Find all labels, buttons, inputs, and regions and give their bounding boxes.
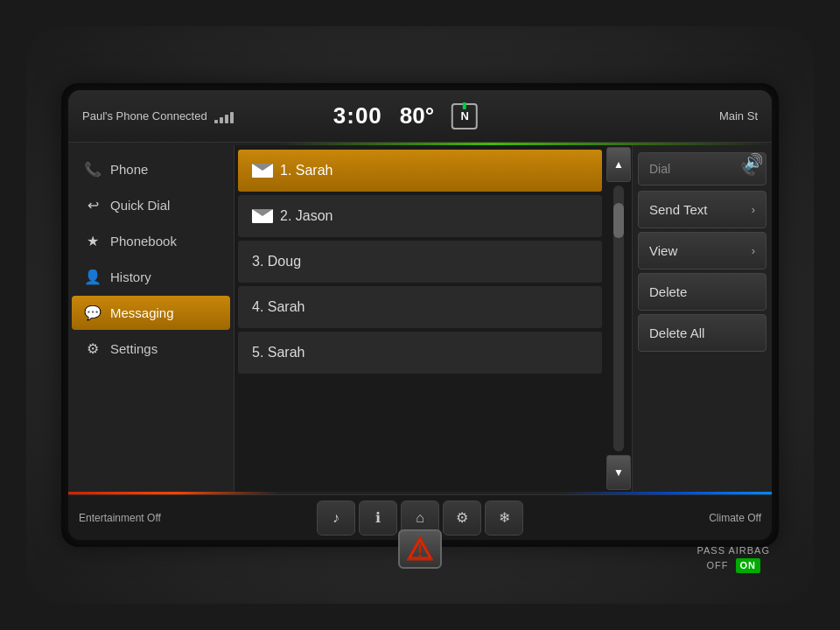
sidebar-item-phonebook[interactable]: ★ Phonebook bbox=[72, 224, 230, 258]
contact-row-jason[interactable]: 2. Jason bbox=[238, 195, 602, 237]
svg-point-3 bbox=[419, 554, 422, 556]
sidebar-item-quick-dial[interactable]: ↩ Quick Dial bbox=[72, 188, 230, 222]
center-area: 1. Sarah 2. Jason 3. Doug 4. Sarah bbox=[234, 145, 632, 492]
contact-row-sarah-4[interactable]: 4. Sarah bbox=[238, 286, 602, 328]
main-content: 🔊 📞 Phone ↩ Quick Dial ★ Phonebook bbox=[68, 145, 772, 492]
screen: Paul's Phone Connected 3:00 80° N bbox=[68, 90, 772, 540]
contact-row-sarah-1[interactable]: 1. Sarah bbox=[238, 150, 602, 192]
contact-name-4: 4. Sarah bbox=[252, 299, 588, 315]
messaging-icon: 💬 bbox=[84, 304, 102, 321]
contact-list: 1. Sarah 2. Jason 3. Doug 4. Sarah bbox=[234, 145, 606, 492]
climate-button[interactable]: ❄ bbox=[485, 500, 523, 536]
sidebar-label-messaging: Messaging bbox=[110, 305, 174, 320]
temp-display: 80° bbox=[400, 102, 434, 130]
street-label: Main St bbox=[719, 109, 758, 122]
settings-icon: ⚙ bbox=[84, 340, 102, 357]
home-icon: ⌂ bbox=[416, 510, 424, 526]
header-center: 3:00 80° N bbox=[333, 102, 478, 130]
delete-all-label: Delete All bbox=[649, 326, 704, 340]
contact-row-sarah-5[interactable]: 5. Sarah bbox=[238, 332, 602, 374]
airbag-off-label: OFF bbox=[706, 560, 728, 570]
contact-row-doug[interactable]: 3. Doug bbox=[238, 241, 602, 283]
phone-icon: 📞 bbox=[84, 161, 102, 178]
history-icon: 👤 bbox=[84, 269, 102, 285]
music-icon: ♪ bbox=[332, 510, 340, 526]
scroll-down-btn[interactable]: ▼ bbox=[606, 455, 631, 490]
airbag-info: PASS AIRBAG OFF ON bbox=[696, 544, 770, 573]
phone-status: Paul's Phone Connected bbox=[82, 109, 207, 122]
volume-icon[interactable]: 🔊 bbox=[744, 152, 763, 172]
hazard-area bbox=[398, 529, 442, 569]
contact-name-1: 1. Sarah bbox=[280, 163, 588, 178]
music-button[interactable]: ♪ bbox=[317, 500, 355, 536]
header-bar: Paul's Phone Connected 3:00 80° N bbox=[68, 90, 772, 143]
hazard-triangle-icon bbox=[407, 536, 433, 563]
view-chevron: › bbox=[752, 244, 755, 257]
signal-bar-3 bbox=[225, 115, 228, 123]
envelope-icon-2 bbox=[252, 209, 273, 223]
view-label: View bbox=[649, 243, 677, 258]
sidebar-label-settings: Settings bbox=[110, 341, 158, 356]
climate-icon: ❄ bbox=[499, 509, 510, 526]
right-panel: Dial 📞 Send Text › View › Delete bbox=[632, 145, 772, 492]
compass-label: N bbox=[460, 109, 468, 122]
device-outer: Paul's Phone Connected 3:00 80° N bbox=[26, 26, 814, 604]
signal-bar-2 bbox=[220, 117, 223, 123]
delete-all-button[interactable]: Delete All bbox=[638, 314, 766, 352]
delete-label: Delete bbox=[649, 284, 687, 299]
scroll-thumb bbox=[613, 203, 624, 238]
signal-bars bbox=[214, 109, 234, 123]
sidebar-item-messaging[interactable]: 💬 Messaging bbox=[72, 296, 230, 330]
airbag-status-text: PASS AIRBAG bbox=[696, 545, 770, 556]
scroll-up-btn[interactable]: ▲ bbox=[606, 147, 631, 182]
compass: N bbox=[452, 103, 478, 130]
send-text-label: Send Text bbox=[649, 202, 707, 217]
sidebar: 📞 Phone ↩ Quick Dial ★ Phonebook 👤 Histo… bbox=[68, 145, 234, 492]
dial-label: Dial bbox=[649, 162, 670, 176]
info-icon: ℹ bbox=[375, 509, 381, 526]
screen-bezel: Paul's Phone Connected 3:00 80° N bbox=[61, 83, 779, 547]
settings-bottom-button[interactable]: ⚙ bbox=[443, 500, 481, 536]
send-text-button[interactable]: Send Text › bbox=[638, 191, 766, 228]
phonebook-icon: ★ bbox=[84, 233, 102, 249]
envelope-icon-1 bbox=[252, 164, 273, 178]
delete-button[interactable]: Delete bbox=[638, 273, 766, 311]
settings-bottom-icon: ⚙ bbox=[456, 509, 468, 526]
hazard-button[interactable] bbox=[398, 529, 442, 569]
send-text-chevron: › bbox=[752, 203, 755, 216]
sidebar-item-phone[interactable]: 📞 Phone bbox=[72, 152, 230, 186]
contact-name-5: 5. Sarah bbox=[252, 345, 588, 360]
airbag-label: PASS AIRBAG OFF ON bbox=[696, 544, 770, 573]
contact-name-2: 2. Jason bbox=[280, 208, 588, 224]
sidebar-label-phonebook: Phonebook bbox=[110, 234, 177, 248]
info-button[interactable]: ℹ bbox=[359, 500, 397, 536]
signal-bar-4 bbox=[230, 112, 234, 123]
contact-name-3: 3. Doug bbox=[252, 254, 588, 270]
sidebar-label-history: History bbox=[110, 270, 151, 284]
sidebar-label-quick-dial: Quick Dial bbox=[110, 198, 170, 213]
airbag-on-badge: ON bbox=[736, 558, 761, 573]
sidebar-item-history[interactable]: 👤 History bbox=[72, 260, 230, 294]
compass-indicator bbox=[463, 102, 466, 109]
view-button[interactable]: View › bbox=[638, 232, 766, 270]
quick-dial-icon: ↩ bbox=[84, 197, 102, 214]
signal-bar-1 bbox=[214, 120, 218, 123]
sidebar-item-settings[interactable]: ⚙ Settings bbox=[72, 332, 230, 366]
scroll-area: ▲ ▼ bbox=[606, 145, 632, 492]
sidebar-label-phone: Phone bbox=[110, 162, 148, 177]
time-display: 3:00 bbox=[333, 102, 382, 130]
scroll-track bbox=[613, 186, 624, 452]
